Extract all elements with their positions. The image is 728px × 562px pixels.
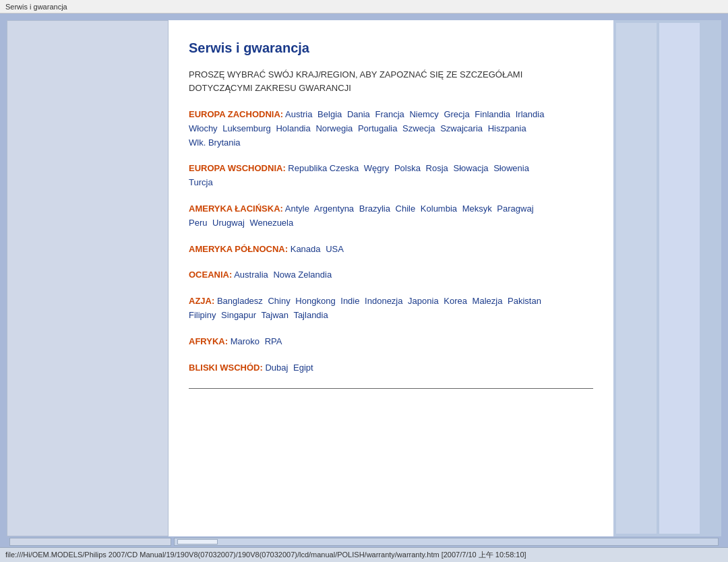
region-links-oceania: Australia Nowa Zelandia: [234, 270, 334, 280]
link-belgia[interactable]: Belgia: [317, 109, 342, 119]
link-indie[interactable]: Indie: [340, 296, 359, 306]
region-label-oceania: OCEANIA:: [189, 270, 232, 280]
link-hongkong[interactable]: Hongkong: [295, 296, 335, 306]
link-slowenia[interactable]: Słowenia: [493, 163, 529, 173]
link-hiszpania[interactable]: Hiszpania: [488, 123, 526, 133]
link-chiny[interactable]: Chiny: [268, 296, 290, 306]
link-tajlandia[interactable]: Tajlandia: [293, 310, 328, 320]
link-republika-czeska[interactable]: Republika Czeska: [288, 163, 359, 173]
link-dubaj[interactable]: Dubaj: [265, 363, 288, 373]
content-divider: [189, 388, 593, 389]
region-oceania: OCEANIA: Australia Nowa Zelandia: [189, 268, 593, 282]
content-frame: Serwis i gwarancja PROSZĘ WYBRAĆ SWÓJ KR…: [7, 20, 721, 536]
region-azja: AZJA: Bangladesz Chiny Hongkong Indie In…: [189, 294, 593, 323]
region-label-ameryka-lacinska: AMERYKA ŁACIŃSKA:: [189, 204, 283, 214]
link-antyle[interactable]: Antyle: [285, 204, 309, 214]
sidebar-right-col2: [659, 23, 700, 534]
link-norwegia[interactable]: Norwegia: [315, 123, 353, 133]
region-label-europa-wschodnia: EUROPA WSCHODNIA:: [189, 163, 286, 173]
sidebar-left: [7, 20, 169, 536]
link-finlandia[interactable]: Finlandia: [475, 109, 510, 119]
link-paragwaj[interactable]: Paragwaj: [497, 204, 533, 214]
intro-line1: PROSZĘ WYBRAĆ SWÓJ KRAJ/REGION, ABY ZAPO…: [189, 69, 522, 80]
sidebar-right: [613, 20, 721, 536]
link-francja[interactable]: Francja: [375, 109, 404, 119]
region-links-ameryka-polnocna: Kanada USA: [291, 244, 346, 254]
link-kolumbia[interactable]: Kolumbia: [421, 204, 457, 214]
link-kanada[interactable]: Kanada: [291, 244, 321, 254]
link-pakistan[interactable]: Pakistan: [508, 296, 541, 306]
hscroll-thumb[interactable]: [177, 539, 218, 544]
link-indonezja[interactable]: Indonezja: [365, 296, 402, 306]
link-rpa[interactable]: RPA: [265, 336, 282, 346]
region-label-bliski-wschod: BLISKI WSCHÓD:: [189, 363, 263, 373]
region-links-afryka: Maroko RPA: [231, 336, 285, 346]
region-links-bliski-wschod: Dubaj Egipt: [265, 363, 315, 373]
link-korea[interactable]: Korea: [444, 296, 467, 306]
link-slowacja[interactable]: Słowacja: [453, 163, 488, 173]
bottom-scrollbars: [7, 536, 721, 547]
link-wenezuela[interactable]: Wenezuela: [249, 218, 293, 228]
link-malezja[interactable]: Malezja: [473, 296, 503, 306]
status-bar: file:///Hi/OEM.MODELS/Philips 2007/CD Ma…: [0, 547, 728, 562]
region-ameryka-lacinska: AMERYKA ŁACIŃSKA: Antyle Argentyna Brazy…: [189, 202, 593, 230]
region-ameryka-polnocna: AMERYKA PÓŁNOCNA: Kanada USA: [189, 243, 593, 257]
main-content: Serwis i gwarancja PROSZĘ WYBRAĆ SWÓJ KR…: [169, 20, 613, 536]
hscroll-left[interactable]: [9, 538, 171, 546]
link-bangladesz[interactable]: Bangladesz: [217, 296, 263, 306]
link-peru[interactable]: Peru: [189, 218, 207, 228]
region-links-azja: Bangladesz Chiny Hongkong Indie Indonezj…: [189, 296, 544, 320]
link-holandia[interactable]: Holandia: [276, 123, 310, 133]
link-japonia[interactable]: Japonia: [408, 296, 439, 306]
link-maroko[interactable]: Maroko: [231, 336, 260, 346]
region-label-azja: AZJA:: [189, 296, 214, 306]
title-bar-text: Serwis i gwarancja: [5, 3, 67, 11]
link-niemcy[interactable]: Niemcy: [409, 109, 438, 119]
link-grecja[interactable]: Grecja: [444, 109, 469, 119]
link-rosja[interactable]: Rosja: [426, 163, 448, 173]
intro-text: PROSZĘ WYBRAĆ SWÓJ KRAJ/REGION, ABY ZAPO…: [189, 68, 593, 94]
link-turcja[interactable]: Turcja: [189, 177, 213, 187]
link-portugalia[interactable]: Portugalia: [358, 123, 398, 133]
link-irlandia[interactable]: Irlandia: [516, 109, 545, 119]
link-egipt[interactable]: Egipt: [293, 363, 313, 373]
link-singapur[interactable]: Singapur: [221, 310, 256, 320]
region-europa-zachodnia: EUROPA ZACHODNIA: Austria Belgia Dania F…: [189, 108, 593, 150]
link-wlk-brytania[interactable]: Wlk. Brytania: [189, 137, 241, 148]
region-afryka: AFRYKA: Maroko RPA: [189, 335, 593, 349]
link-chile[interactable]: Chile: [396, 204, 416, 214]
link-nowa-zelandia[interactable]: Nowa Zelandia: [273, 270, 332, 280]
link-austria[interactable]: Austria: [285, 109, 312, 119]
title-bar: Serwis i gwarancja: [0, 0, 728, 13]
sidebar-right-col1: [616, 23, 657, 534]
link-wlochy[interactable]: Włochy: [189, 123, 218, 133]
intro-line2: DOTYCZĄCYMI ZAKRESU GWARANCJI: [189, 83, 351, 93]
link-tajwan[interactable]: Tajwan: [262, 310, 289, 320]
link-argentyna[interactable]: Argentyna: [314, 204, 354, 214]
link-szwajcaria[interactable]: Szwajcaria: [440, 123, 483, 133]
link-szwecja[interactable]: Szwecja: [402, 123, 435, 133]
status-bar-text: file:///Hi/OEM.MODELS/Philips 2007/CD Ma…: [5, 550, 526, 560]
region-label-afryka: AFRYKA:: [189, 336, 228, 346]
page-title: Serwis i gwarancja: [189, 40, 593, 56]
region-bliski-wschod: BLISKI WSCHÓD: Dubaj Egipt: [189, 361, 593, 375]
link-polska[interactable]: Polska: [394, 163, 421, 173]
region-label-ameryka-polnocna: AMERYKA PÓŁNOCNA:: [189, 244, 288, 254]
link-usa[interactable]: USA: [326, 244, 344, 254]
region-label-europa-zachodnia: EUROPA ZACHODNIA:: [189, 109, 283, 119]
browser-area: Serwis i gwarancja PROSZĘ WYBRAĆ SWÓJ KR…: [0, 13, 728, 547]
link-dania[interactable]: Dania: [347, 109, 370, 119]
link-australia[interactable]: Australia: [234, 270, 268, 280]
link-brazylia[interactable]: Brazylia: [359, 204, 390, 214]
region-europa-wschodnia: EUROPA WSCHODNIA: Republika Czeska Węgry…: [189, 162, 593, 190]
link-meksyk[interactable]: Meksyk: [462, 204, 492, 214]
link-filipiny[interactable]: Filipiny: [189, 310, 216, 320]
link-luksemburg[interactable]: Luksemburg: [222, 123, 271, 133]
link-wegry[interactable]: Węgry: [364, 163, 390, 173]
link-urugwaj[interactable]: Urugwaj: [212, 218, 245, 228]
hscroll-right[interactable]: [174, 538, 719, 546]
sidebar-right-inner: [616, 23, 719, 534]
